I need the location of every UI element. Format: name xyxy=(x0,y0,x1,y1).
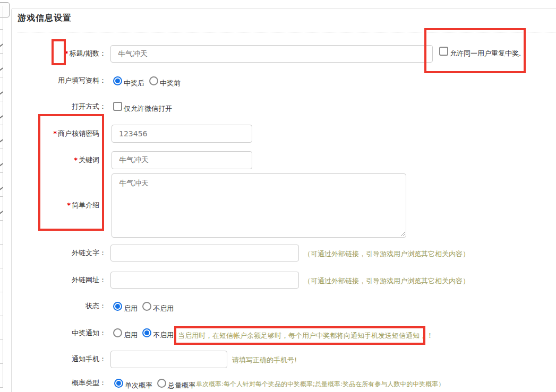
left-strip-cell xyxy=(0,197,3,221)
tick-icon xyxy=(0,91,3,95)
left-strip-cell xyxy=(0,245,3,268)
left-strip-cell xyxy=(0,316,3,340)
left-strip-cell xyxy=(0,101,3,125)
open-mode-group: 仅允许微信打开 xyxy=(113,102,177,114)
radio-status-off[interactable] xyxy=(142,302,151,311)
radio-notice-off[interactable] xyxy=(142,328,151,337)
field-label-ext-text: 外链文字： xyxy=(11,249,106,257)
field-label-open-mode: 打开方式： xyxy=(11,102,106,111)
win-notice-hint: 当启用时，在短信帐户余额足够时，每个用户中奖都将向通知手机发送短信通知，！ xyxy=(178,331,433,341)
field-label-merchant-code: *商户核销密码： xyxy=(11,129,106,138)
left-strip-cell xyxy=(0,6,3,30)
ext-text-hint: （可通过外部链接，引导游戏用户浏览其它相关内容） xyxy=(304,249,469,259)
required-asterisk: * xyxy=(65,49,69,57)
field-label-intro: *简单介绍： xyxy=(11,201,106,210)
repeat-win-checkbox[interactable] xyxy=(439,47,448,56)
tick-icon xyxy=(0,162,3,167)
field-label-notice-phone: 通知手机： xyxy=(11,355,106,363)
radio-prob-total[interactable] xyxy=(157,379,166,388)
repeat-win-group: 允许同一用户重复中奖. xyxy=(439,47,526,58)
radio-prob-single[interactable] xyxy=(114,379,123,388)
radio-notice-off-label: 不启用 xyxy=(153,330,174,340)
tick-icon xyxy=(0,43,3,47)
field-label-win-notice: 中奖通知： xyxy=(11,329,106,337)
field-label-title: *标题/期数： xyxy=(11,49,106,58)
title-input[interactable] xyxy=(110,45,433,63)
merchant-code-input[interactable] xyxy=(112,125,252,143)
left-strip-cell xyxy=(0,149,3,173)
left-strip-cell xyxy=(0,173,3,197)
left-strip-cell xyxy=(0,292,3,316)
left-strip-cell xyxy=(0,268,3,292)
keyword-input[interactable] xyxy=(112,151,252,169)
field-label-prob-type: 概率类型： xyxy=(11,379,106,387)
tick-icon xyxy=(0,115,3,119)
left-strip-cell xyxy=(0,77,3,101)
radio-after-win[interactable] xyxy=(113,76,122,85)
left-strip-cell xyxy=(0,221,3,245)
radio-after-win-label: 中奖后 xyxy=(124,79,144,88)
status-radio-group: 启用 不启用 xyxy=(113,302,178,313)
title-separator xyxy=(18,32,556,32)
ext-text-input[interactable] xyxy=(110,245,299,262)
left-strip-cell xyxy=(0,125,3,149)
radio-status-off-label: 不启用 xyxy=(153,304,174,313)
prob-type-hint: （单次概率:每个人针对每个奖品的中奖概率;总量概率:奖品在所有参与人数中的中奖概… xyxy=(190,380,444,389)
tick-icon xyxy=(0,67,3,71)
tick-icon xyxy=(0,138,3,143)
left-strip-cell xyxy=(0,30,3,54)
field-label-keyword: *关键词： xyxy=(11,156,106,164)
radio-notice-on-label: 启用 xyxy=(124,330,138,340)
field-label-status: 状态： xyxy=(11,302,106,310)
radio-before-win-label: 中奖前 xyxy=(160,79,181,88)
user-info-radio-group: 中奖后 中奖前 xyxy=(113,76,185,88)
wechat-only-checkbox[interactable] xyxy=(113,102,122,111)
repeat-win-label: 允许同一用户重复中奖. xyxy=(450,49,521,58)
ext-url-hint: （可通过外部链接，引导游戏用户浏览其它相关内容） xyxy=(304,276,469,286)
ext-url-input[interactable] xyxy=(110,272,299,289)
notice-phone-input[interactable] xyxy=(110,351,227,368)
tick-icon xyxy=(0,186,3,190)
page-title: 游戏信息设置 xyxy=(18,13,72,24)
left-panel-strip xyxy=(0,0,3,392)
radio-prob-single-label: 单次概率 xyxy=(125,381,152,390)
wechat-only-label: 仅允许微信打开 xyxy=(124,104,172,114)
win-notice-radio-group: 启用 不启用 xyxy=(113,328,178,340)
radio-before-win[interactable] xyxy=(149,76,158,85)
tick-icon xyxy=(0,210,3,214)
left-strip-cell xyxy=(0,340,3,364)
left-strip-cell xyxy=(0,364,3,388)
required-asterisk: * xyxy=(53,129,57,137)
field-label-ext-url: 外链网址： xyxy=(11,276,106,284)
radio-status-on[interactable] xyxy=(113,302,122,311)
required-asterisk: * xyxy=(67,201,71,209)
notice-phone-hint: 请填写正确的手机号! xyxy=(232,355,297,365)
radio-status-on-label: 启用 xyxy=(124,304,138,313)
prob-type-radio-group: 单次概率 总量概率 xyxy=(114,379,200,390)
intro-textarea[interactable]: 牛气冲天 xyxy=(112,173,406,238)
radio-notice-on[interactable] xyxy=(113,328,122,337)
field-label-user-info: 用户填写资料： xyxy=(11,76,106,85)
left-strip-cell xyxy=(0,54,3,77)
required-asterisk: * xyxy=(74,156,78,164)
